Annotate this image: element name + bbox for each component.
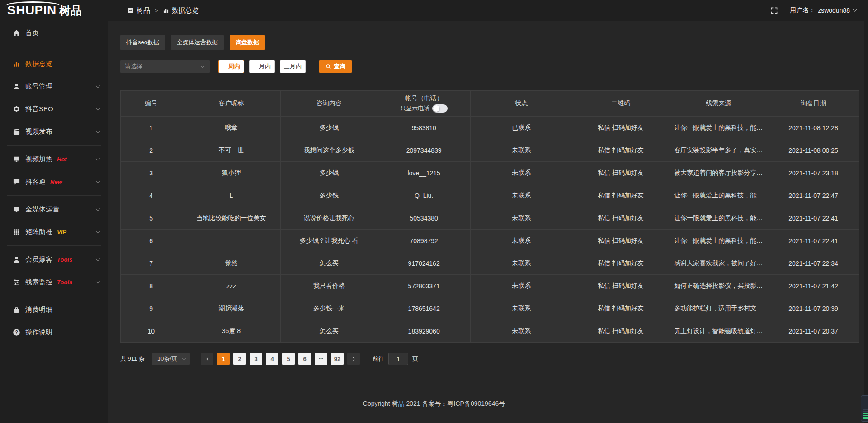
- sidebar-item-3[interactable]: 抖音SEO: [0, 98, 108, 120]
- sliders-icon: [13, 278, 20, 286]
- tab-0[interactable]: 抖音seo数据: [120, 35, 165, 50]
- cell-source-link[interactable]: 让你一眼就爱上的黑科技，能…: [669, 230, 768, 252]
- column-header-1: 客户昵称: [182, 91, 281, 117]
- sidebar-item-5[interactable]: 视频加热Hot: [0, 148, 108, 170]
- account-header-label: 帐号（电话）: [380, 94, 467, 103]
- cell-status: 未联系: [471, 230, 572, 252]
- sidebar-item-label: 线索监控: [25, 278, 52, 287]
- cell-qr-links[interactable]: 私信 扫码加好友: [572, 230, 669, 252]
- phone-only-toggle[interactable]: [432, 104, 448, 113]
- chevron-down-icon: [182, 357, 186, 361]
- monitor-bar: [863, 417, 868, 418]
- cell-content: 多少钱？让我死心 看: [281, 230, 377, 252]
- sidebar-item-badge: Tools: [57, 279, 72, 286]
- sidebar-item-11[interactable]: 消费明细: [0, 298, 108, 321]
- page-size-select[interactable]: 10条/页: [152, 352, 190, 365]
- tab-1[interactable]: 全媒体运营数据: [171, 35, 224, 50]
- page-button-5[interactable]: 5: [282, 352, 295, 365]
- cell-date: 2021-11-08 12:28: [768, 117, 859, 139]
- username-label: 用户名：: [790, 6, 815, 14]
- table-head: 编号客户昵称咨询内容帐号（电话）只显示电话状态二维码线索来源询盘日期: [121, 91, 859, 117]
- page-button-4[interactable]: 4: [266, 352, 278, 365]
- footer: Copyright 树品 2021 备案号：粤ICP备09019646号: [0, 385, 868, 423]
- cell-account: 2097344839: [377, 139, 471, 162]
- cell-source-link[interactable]: 让你一眼就爱上的黑科技，能…: [669, 184, 768, 207]
- sidebar-item-label: 消费明细: [25, 306, 52, 314]
- cell-account: 572803371: [377, 275, 471, 297]
- range-button-0[interactable]: 一周内: [218, 60, 244, 73]
- sidebar-item-label: 视频发布: [25, 127, 52, 136]
- fullscreen-icon[interactable]: [770, 7, 778, 14]
- chat-icon: [13, 178, 20, 186]
- sidebar-item-9[interactable]: 会员爆客Tools: [0, 248, 108, 271]
- cell-source-link[interactable]: 让你一眼就爱上的黑科技，能…: [669, 207, 768, 230]
- breadcrumb-separator: >: [155, 7, 158, 14]
- cell-date: 2021-11-07 20:39: [768, 297, 859, 320]
- sidebar-item-12[interactable]: ?操作说明: [0, 321, 108, 343]
- cell-qr-links[interactable]: 私信 扫码加好友: [572, 162, 669, 184]
- sidebar-item-10[interactable]: 线索监控Tools: [0, 271, 108, 293]
- cell-source-link[interactable]: 如何正确选择投影仪，买投影…: [669, 275, 768, 297]
- goto-page-input[interactable]: [388, 352, 408, 365]
- cell-qr-links[interactable]: 私信 扫码加好友: [572, 184, 669, 207]
- cell-status: 已联系: [471, 117, 572, 139]
- cell-id: 10: [121, 320, 182, 343]
- range-button-2[interactable]: 三月内: [280, 60, 306, 73]
- next-page-button[interactable]: [347, 352, 360, 365]
- range-button-1[interactable]: 一月内: [249, 60, 275, 73]
- table-row-6: 7觉然怎么买917024162未联系私信 扫码加好友感谢大家喜欢我家，被问了好……: [121, 252, 859, 275]
- chevron-down-icon: [95, 230, 100, 235]
- column-header-5: 二维码: [572, 91, 669, 117]
- cell-qr-links[interactable]: 私信 扫码加好友: [572, 275, 669, 297]
- cell-source-link[interactable]: 多功能护栏灯，适用于乡村文…: [669, 297, 768, 320]
- scrollbar-track[interactable]: [864, 0, 868, 423]
- sidebar-item-label: 数据总览: [25, 60, 52, 68]
- column-header-0: 编号: [121, 91, 182, 117]
- monitor-bar: [863, 409, 868, 410]
- brand-logo[interactable]: SHUPIN 树品: [0, 0, 108, 21]
- cell-qr-links[interactable]: 私信 扫码加好友: [572, 252, 669, 275]
- cell-qr-links[interactable]: 私信 扫码加好友: [572, 320, 669, 343]
- table-body: 1哦章多少钱9583810已联系私信 扫码加好友让你一眼就爱上的黑科技，能…20…: [121, 117, 859, 343]
- filter-bar: 请选择 一周内一月内三月内 查询: [120, 60, 859, 73]
- page-button-92[interactable]: 92: [331, 352, 344, 365]
- sidebar-item-4[interactable]: 视频发布: [0, 120, 108, 143]
- sidebar-item-0[interactable]: 首页: [0, 22, 108, 44]
- cell-source-link[interactable]: 感谢大家喜欢我家，被问了好…: [669, 252, 768, 275]
- cell-nickname: 哦章: [182, 117, 281, 139]
- tab-2[interactable]: 询盘数据: [230, 35, 265, 50]
- cell-source-link[interactable]: 让你一眼就爱上的黑科技，能…: [669, 117, 768, 139]
- breadcrumb-item-current[interactable]: 数据总览: [163, 6, 199, 15]
- sidebar-item-7[interactable]: 全媒体运营: [0, 198, 108, 221]
- inquiry-table: 编号客户昵称咨询内容帐号（电话）只显示电话状态二维码线索来源询盘日期 1哦章多少…: [120, 90, 859, 343]
- sidebar-item-6[interactable]: 抖客通New: [0, 170, 108, 193]
- prev-page-button[interactable]: [201, 352, 213, 365]
- cell-qr-links[interactable]: 私信 扫码加好友: [572, 297, 669, 320]
- cell-source-link[interactable]: 无主灯设计，智能磁吸轨道灯…: [669, 320, 768, 343]
- search-button[interactable]: 查询: [319, 60, 352, 73]
- sidebar-item-8[interactable]: 矩阵助推VIP: [0, 221, 108, 243]
- cell-source-link[interactable]: 客厅安装投影半年多了，真实…: [669, 139, 768, 162]
- sidebar-item-2[interactable]: 账号管理: [0, 75, 108, 98]
- cell-content: 多少钱: [281, 162, 377, 184]
- search-button-label: 查询: [334, 62, 345, 70]
- breadcrumb-item-home[interactable]: 树品: [127, 6, 150, 15]
- phone-toggle-label: 只显示电话: [400, 104, 429, 113]
- cell-qr-links[interactable]: 私信 扫码加好友: [572, 117, 669, 139]
- page-ellipsis[interactable]: •••: [315, 352, 327, 365]
- page-button-3[interactable]: 3: [250, 352, 262, 365]
- corner-monitor-widget[interactable]: [861, 395, 868, 422]
- cell-qr-links[interactable]: 私信 扫码加好友: [572, 207, 669, 230]
- cell-qr-links[interactable]: 私信 扫码加好友: [572, 139, 669, 162]
- filter-select[interactable]: 请选择: [120, 60, 210, 73]
- data-tabs: 抖音seo数据全媒体运营数据询盘数据: [120, 35, 859, 50]
- page-button-2[interactable]: 2: [233, 352, 246, 365]
- filter-select-placeholder: 请选择: [125, 62, 142, 70]
- page-button-6[interactable]: 6: [298, 352, 311, 365]
- page-button-1[interactable]: 1: [217, 352, 230, 365]
- cell-source-link[interactable]: 被大家追着问的客厅投影分享…: [669, 162, 768, 184]
- cell-date: 2021-11-07 22:41: [768, 230, 859, 252]
- user-menu[interactable]: 用户名：zswodun88: [790, 6, 857, 14]
- cell-nickname: 潮起潮落: [182, 297, 281, 320]
- sidebar-item-1[interactable]: 数据总览: [0, 52, 108, 75]
